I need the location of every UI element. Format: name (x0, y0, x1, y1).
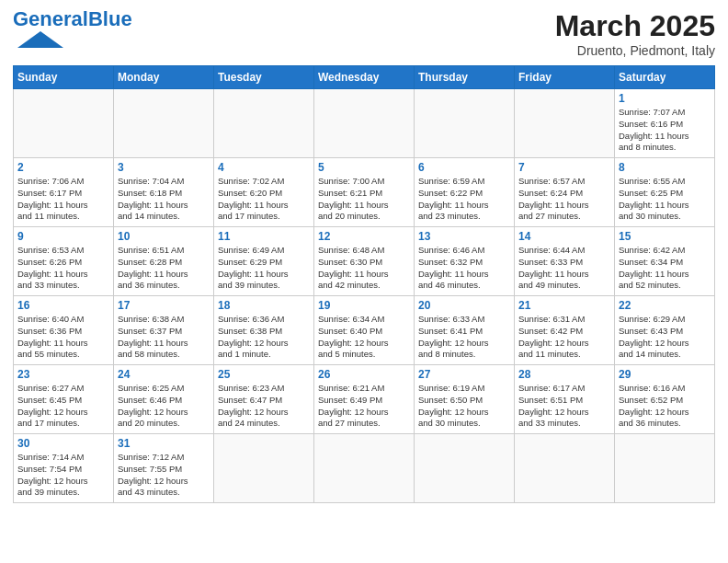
day-number: 5 (318, 161, 410, 174)
table-row: 3Sunrise: 7:04 AMSunset: 6:18 PMDaylight… (114, 158, 214, 227)
day-info: Sunrise: 7:12 AMSunset: 7:55 PMDaylight:… (118, 452, 210, 499)
day-info: Sunrise: 6:33 AMSunset: 6:41 PMDaylight:… (418, 314, 510, 361)
table-row: 31Sunrise: 7:12 AMSunset: 7:55 PMDayligh… (114, 434, 214, 503)
day-number: 9 (17, 230, 109, 243)
header-saturday: Saturday (615, 66, 715, 89)
day-info: Sunrise: 6:21 AMSunset: 6:49 PMDaylight:… (318, 383, 410, 430)
day-number: 6 (418, 161, 510, 174)
calendar-title: March 2025 (555, 9, 715, 43)
table-row: 7Sunrise: 6:57 AMSunset: 6:24 PMDaylight… (515, 158, 615, 227)
header-friday: Friday (515, 66, 615, 89)
day-number: 27 (418, 368, 510, 381)
table-row (415, 434, 515, 503)
day-number: 23 (17, 368, 109, 381)
day-number: 17 (118, 299, 210, 312)
day-number: 15 (619, 230, 711, 243)
day-info: Sunrise: 7:04 AMSunset: 6:18 PMDaylight:… (118, 176, 210, 223)
day-info: Sunrise: 7:02 AMSunset: 6:20 PMDaylight:… (218, 176, 310, 223)
day-number: 10 (118, 230, 210, 243)
header-sunday: Sunday (14, 66, 114, 89)
day-number: 7 (518, 161, 610, 174)
day-number: 21 (518, 299, 610, 312)
svg-marker-0 (17, 31, 63, 48)
day-info: Sunrise: 6:27 AMSunset: 6:45 PMDaylight:… (17, 383, 109, 430)
table-row (14, 89, 114, 158)
table-row (314, 89, 415, 158)
table-row: 15Sunrise: 6:42 AMSunset: 6:34 PMDayligh… (615, 227, 715, 296)
header-tuesday: Tuesday (214, 66, 314, 89)
table-row: 23Sunrise: 6:27 AMSunset: 6:45 PMDayligh… (14, 365, 114, 434)
day-number: 26 (318, 368, 410, 381)
day-info: Sunrise: 6:53 AMSunset: 6:26 PMDaylight:… (17, 245, 109, 292)
table-row: 22Sunrise: 6:29 AMSunset: 6:43 PMDayligh… (615, 296, 715, 365)
day-number: 4 (218, 161, 310, 174)
day-info: Sunrise: 6:34 AMSunset: 6:40 PMDaylight:… (318, 314, 410, 361)
day-info: Sunrise: 7:00 AMSunset: 6:21 PMDaylight:… (318, 176, 410, 223)
table-row: 2Sunrise: 7:06 AMSunset: 6:17 PMDaylight… (14, 158, 114, 227)
day-info: Sunrise: 6:46 AMSunset: 6:32 PMDaylight:… (418, 245, 510, 292)
table-row: 17Sunrise: 6:38 AMSunset: 6:37 PMDayligh… (114, 296, 214, 365)
logo-general: General (13, 7, 88, 30)
table-row: 6Sunrise: 6:59 AMSunset: 6:22 PMDaylight… (415, 158, 515, 227)
header-wednesday: Wednesday (314, 66, 415, 89)
table-row: 9Sunrise: 6:53 AMSunset: 6:26 PMDaylight… (14, 227, 114, 296)
logo-icon (13, 31, 63, 50)
day-number: 3 (118, 161, 210, 174)
day-number: 28 (518, 368, 610, 381)
logo-text: GeneralBlue (13, 9, 132, 29)
day-info: Sunrise: 6:40 AMSunset: 6:36 PMDaylight:… (17, 314, 109, 361)
table-row: 10Sunrise: 6:51 AMSunset: 6:28 PMDayligh… (114, 227, 214, 296)
day-number: 30 (17, 437, 109, 450)
day-info: Sunrise: 6:31 AMSunset: 6:42 PMDaylight:… (518, 314, 610, 361)
day-number: 25 (218, 368, 310, 381)
table-row: 18Sunrise: 6:36 AMSunset: 6:38 PMDayligh… (214, 296, 314, 365)
table-row: 16Sunrise: 6:40 AMSunset: 6:36 PMDayligh… (14, 296, 114, 365)
table-row (415, 89, 515, 158)
table-row: 29Sunrise: 6:16 AMSunset: 6:52 PMDayligh… (615, 365, 715, 434)
day-number: 24 (118, 368, 210, 381)
table-row (314, 434, 415, 503)
day-number: 8 (619, 161, 711, 174)
table-row: 26Sunrise: 6:21 AMSunset: 6:49 PMDayligh… (314, 365, 415, 434)
day-number: 2 (17, 161, 109, 174)
day-number: 14 (518, 230, 610, 243)
table-row: 8Sunrise: 6:55 AMSunset: 6:25 PMDaylight… (615, 158, 715, 227)
table-row (515, 89, 615, 158)
day-number: 22 (619, 299, 711, 312)
table-row: 24Sunrise: 6:25 AMSunset: 6:46 PMDayligh… (114, 365, 214, 434)
day-info: Sunrise: 6:49 AMSunset: 6:29 PMDaylight:… (218, 245, 310, 292)
day-info: Sunrise: 7:07 AMSunset: 6:16 PMDaylight:… (619, 107, 711, 154)
day-info: Sunrise: 7:14 AMSunset: 7:54 PMDaylight:… (17, 452, 109, 499)
table-row: 28Sunrise: 6:17 AMSunset: 6:51 PMDayligh… (515, 365, 615, 434)
table-row (615, 434, 715, 503)
calendar-subtitle: Druento, Piedmont, Italy (555, 43, 715, 58)
table-row (114, 89, 214, 158)
day-info: Sunrise: 6:23 AMSunset: 6:47 PMDaylight:… (218, 383, 310, 430)
table-row: 12Sunrise: 6:48 AMSunset: 6:30 PMDayligh… (314, 227, 415, 296)
table-row (214, 89, 314, 158)
table-row: 1Sunrise: 7:07 AMSunset: 6:16 PMDaylight… (615, 89, 715, 158)
day-info: Sunrise: 6:55 AMSunset: 6:25 PMDaylight:… (619, 176, 711, 223)
calendar-table: Sunday Monday Tuesday Wednesday Thursday… (13, 65, 715, 503)
day-number: 19 (318, 299, 410, 312)
day-info: Sunrise: 6:59 AMSunset: 6:22 PMDaylight:… (418, 176, 510, 223)
header-monday: Monday (114, 66, 214, 89)
day-info: Sunrise: 6:29 AMSunset: 6:43 PMDaylight:… (619, 314, 711, 361)
table-row: 25Sunrise: 6:23 AMSunset: 6:47 PMDayligh… (214, 365, 314, 434)
title-block: March 2025 Druento, Piedmont, Italy (555, 9, 715, 58)
day-number: 13 (418, 230, 510, 243)
table-row: 4Sunrise: 7:02 AMSunset: 6:20 PMDaylight… (214, 158, 314, 227)
logo-blue: Blue (88, 7, 132, 30)
day-info: Sunrise: 6:57 AMSunset: 6:24 PMDaylight:… (518, 176, 610, 223)
day-info: Sunrise: 7:06 AMSunset: 6:17 PMDaylight:… (17, 176, 109, 223)
day-info: Sunrise: 6:48 AMSunset: 6:30 PMDaylight:… (318, 245, 410, 292)
calendar-header: Sunday Monday Tuesday Wednesday Thursday… (14, 66, 715, 89)
day-number: 31 (118, 437, 210, 450)
table-row: 19Sunrise: 6:34 AMSunset: 6:40 PMDayligh… (314, 296, 415, 365)
table-row: 14Sunrise: 6:44 AMSunset: 6:33 PMDayligh… (515, 227, 615, 296)
table-row (214, 434, 314, 503)
day-info: Sunrise: 6:19 AMSunset: 6:50 PMDaylight:… (418, 383, 510, 430)
day-info: Sunrise: 6:16 AMSunset: 6:52 PMDaylight:… (619, 383, 711, 430)
day-info: Sunrise: 6:44 AMSunset: 6:33 PMDaylight:… (518, 245, 610, 292)
table-row: 20Sunrise: 6:33 AMSunset: 6:41 PMDayligh… (415, 296, 515, 365)
